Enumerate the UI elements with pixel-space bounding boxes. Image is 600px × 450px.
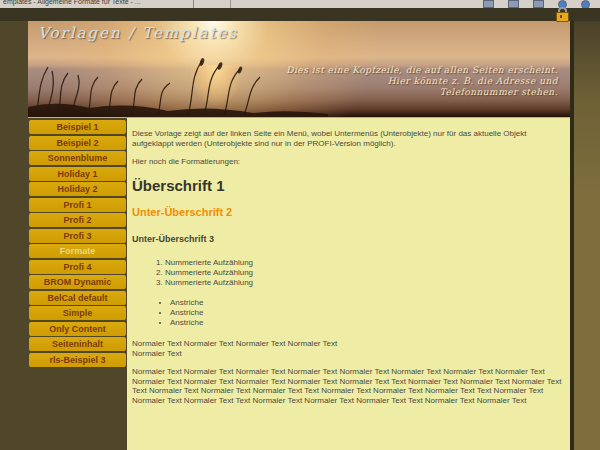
- screenshot-root: { "browser": { "tab_title": "emplates - …: [0, 0, 600, 450]
- sidebar-item-profi-2[interactable]: Profi 2: [29, 213, 126, 227]
- browser-tab[interactable]: emplates - Allgemeine Formate für Texte …: [0, 0, 194, 8]
- main-area: Beispiel 1Beispiel 2SonnenblumeHoliday 1…: [28, 118, 572, 450]
- numbered-list: Nummerierte AufzählungNummerierte Aufzäh…: [132, 258, 562, 288]
- browser-icon-3[interactable]: [533, 0, 544, 8]
- browser-icon-2[interactable]: [508, 0, 519, 8]
- browser-tab-edge: [194, 0, 231, 8]
- header-banner: Vorlagen / Templates Dies ist eine Kopfz…: [28, 21, 572, 118]
- browser-toolbar-icons: [483, 0, 590, 8]
- browser-tab-title: emplates - Allgemeine Formate für Texte …: [3, 0, 141, 5]
- numbered-list-item: Nummerierte Aufzählung: [165, 268, 562, 278]
- sidebar-item-belcal-default[interactable]: BelCal default: [29, 291, 126, 305]
- normal-text-short: Normaler Text Normaler Text Normaler Tex…: [132, 339, 562, 358]
- bullet-list-item: Anstriche: [170, 318, 562, 328]
- sidebar-item-simple[interactable]: Simple: [29, 306, 126, 320]
- sidebar-item-profi-1[interactable]: Profi 1: [29, 198, 126, 212]
- sidebar-item-beispiel-1[interactable]: Beispiel 1: [29, 120, 126, 134]
- tagline-line-1: Dies ist eine Kopfzeile, die auf allen S…: [286, 65, 558, 76]
- beach-grass-silhouette: [28, 55, 328, 117]
- site-title: Vorlagen / Templates: [38, 24, 238, 42]
- sidebar-item-holiday-1[interactable]: Holiday 1: [29, 167, 126, 181]
- intro-paragraph: Diese Vorlage zeigt auf der linken Seite…: [132, 129, 562, 148]
- bullet-list-item: Anstriche: [170, 298, 562, 308]
- sidebar-item-sonnenblume[interactable]: Sonnenblume: [29, 151, 126, 165]
- tagline-line-3: Telefonnummer stehen.: [286, 87, 558, 98]
- header-tagline: Dies ist eine Kopfzeile, die auf allen S…: [286, 65, 558, 98]
- intro-paragraph-2: Hier noch die Formatierungen:: [132, 157, 562, 167]
- heading-1: Überschrift 1: [132, 181, 562, 191]
- sidebar: Beispiel 1Beispiel 2SonnenblumeHoliday 1…: [28, 118, 127, 450]
- page-container: Vorlagen / Templates Dies ist eine Kopfz…: [28, 21, 572, 450]
- sidebar-menu: Beispiel 1Beispiel 2SonnenblumeHoliday 1…: [28, 118, 127, 367]
- sidebar-item-profi-3[interactable]: Profi 3: [29, 229, 126, 243]
- sidebar-item-beispiel-2[interactable]: Beispiel 2: [29, 136, 126, 150]
- sidebar-item-seiteninhalt[interactable]: Seiteninhalt: [29, 337, 126, 351]
- sidebar-item-brom-dynamic[interactable]: BROM Dynamic: [29, 275, 126, 289]
- sidebar-item-profi-4[interactable]: Profi 4: [29, 260, 126, 274]
- page-top-bar: [0, 8, 600, 21]
- normal-text-long: Normaler Text Normaler Text Normaler Tex…: [132, 367, 562, 405]
- sidebar-item-only-content[interactable]: Only Content: [29, 322, 126, 336]
- tagline-line-2: Hier könnte z. B. die Adresse und: [286, 76, 558, 87]
- sidebar-item-rls-beispiel-3[interactable]: rls-Beispiel 3: [29, 353, 126, 367]
- browser-icon-1[interactable]: [483, 0, 494, 8]
- heading-2: Unter-Überschrift 2: [132, 208, 562, 218]
- bullet-list: AnstricheAnstricheAnstriche: [132, 298, 562, 328]
- heading-3: Unter-Überschrift 3: [132, 235, 562, 245]
- numbered-list-item: Nummerierte Aufzählung: [165, 278, 562, 288]
- page-right-margin: [574, 21, 600, 450]
- sidebar-item-holiday-2[interactable]: Holiday 2: [29, 182, 126, 196]
- sidebar-item-formate[interactable]: Formate: [29, 244, 126, 258]
- content-area: Diese Vorlage zeigt auf der linken Seite…: [127, 118, 572, 450]
- numbered-list-item: Nummerierte Aufzählung: [165, 258, 562, 268]
- lock-icon: [556, 7, 567, 21]
- bullet-list-item: Anstriche: [170, 308, 562, 318]
